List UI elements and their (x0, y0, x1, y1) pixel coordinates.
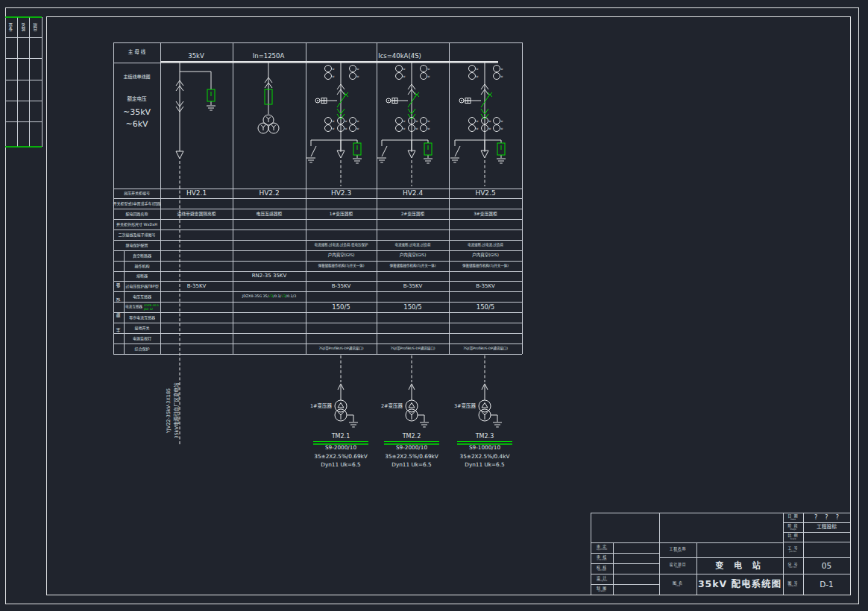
cell-text: 7SJ(带ProfiBUS-DP通讯接口) (390, 347, 435, 351)
cell-text: 电流速断,过电流,过负荷,低电压保护 (315, 244, 368, 247)
transformer-ratio: 35±2X2.5%/0.69kV (314, 452, 368, 461)
cell-text: 3#变压器柜 (474, 212, 497, 217)
title-item-label: 设计项目 Item (659, 557, 696, 574)
left-label-single-line: 主结线单线图 (113, 72, 160, 82)
table-row-label: 高压开关柜编号 (113, 189, 160, 199)
transformer-vector: Dyn11 Uk=6.5 (465, 460, 504, 469)
vt-value-part: /0.1/ (273, 295, 281, 299)
row-label-text: 电压互感器 (133, 295, 151, 299)
table-cell: RN2-35 35KV (233, 271, 306, 282)
sign-col-specialty: 专业 (6, 19, 16, 36)
table-cell: 150/5 (306, 303, 377, 313)
titleblock-right-value: ? ? ? (803, 513, 850, 522)
vt-value-part: /0.1/3 (286, 295, 296, 299)
cell-text: 进线带避雷器隔离柜 (177, 212, 216, 217)
label-sub: Item (676, 566, 681, 569)
cell-text: 150/5 (403, 304, 422, 311)
table-cell: 电流速断,过电流,过负荷,低电压保护 (306, 240, 377, 250)
cell-text: 7SJ(带ProfiBUS-DP通讯接口) (318, 347, 363, 351)
circuit-hv2-4 (377, 63, 433, 186)
cell-text: 电流速断,过电流,过负荷 (395, 244, 431, 247)
title-name-label: 图 名 Title (659, 574, 696, 595)
table-cell: 电流速断,过电流,过负荷 (377, 240, 449, 250)
titleblock-sign-label: 审 定Approved (591, 542, 613, 553)
table-row-label: 电源监视灯 (124, 333, 160, 344)
left-label-rated-voltage: 额定电压 (113, 95, 160, 104)
table-cell: 弹簧储能操作机构(与开关一体) (449, 261, 522, 271)
titleblock-right-label: 工 号Job No. (783, 542, 803, 557)
table-cell: B-35KV (449, 282, 522, 292)
cell-text: HV2.4 (403, 190, 423, 197)
row-label-text: 电流互感器 (125, 306, 142, 309)
table-cell: 7SJ(带ProfiBUS-DP通讯接口) (377, 344, 449, 354)
cell-text: B-35KV (187, 284, 207, 289)
row-label-text: 高压开关柜编号 (124, 191, 150, 195)
cad-sheet: ww (0, 0, 868, 611)
signature-grid-green-lines (5, 17, 42, 147)
transformer-ratio: 35±2X2.5%/0.69kV (385, 452, 438, 461)
cell-text: 电流速断,过电流,过负荷 (468, 244, 503, 247)
cable-stubs (341, 355, 485, 382)
cell-text: 150/5 (332, 304, 350, 311)
titleblock-sign-label: 制 图Drawn (591, 584, 613, 595)
bus-rating-ics: Ics=40kA(4S) (366, 49, 433, 60)
table-cell: 弹簧储能操作机构(与开关一体) (377, 261, 449, 271)
table-row-label: 真空断路器 (124, 250, 160, 261)
left-label-6kv: ~6kV (113, 118, 160, 130)
titleblock-sign-label: 审 核Checked (591, 553, 613, 563)
titleblock-right-label: 阶 段Stage (783, 522, 803, 532)
table-row-label: 继电保护配置 (113, 240, 160, 250)
table-row-label: 熔断器 (124, 271, 160, 282)
table-cell: HV2.2 (233, 189, 306, 199)
table-cell: B-35KV (377, 282, 449, 292)
row-label-text: 配电回路名称 (125, 212, 148, 216)
cell-text: HV2.2 (259, 190, 279, 197)
cell-text: B-35KV (476, 284, 495, 289)
table-row-label: 操作机构 (124, 261, 160, 271)
tm-underline (384, 441, 439, 442)
cell-text: 1#变压器柜 (330, 212, 353, 217)
circuit-hv2-3 (306, 63, 362, 186)
transformer-spec-block: TM2.3 S9-1000/10 35±2X2.5%/0.4kV Dyn11 U… (440, 433, 529, 469)
table-row-label: 开关柜外形尺寸 WxDxH (113, 220, 160, 230)
cable-spec: YJV22-35kV-3X185 (165, 388, 173, 433)
table-cell: 3#变压器柜 (449, 209, 522, 220)
table-cell: 户内真空(GIS) (377, 250, 449, 261)
cell-text: B-35KV (332, 284, 351, 289)
label-sub: Project (674, 551, 682, 553)
titleblock-right-value: 05 (803, 557, 850, 574)
table-row-label: 零序电流互感器 (124, 313, 160, 323)
row-label-text: 熔断器 (136, 274, 148, 278)
row-label-text: 过电压保护器TBP型 (125, 285, 159, 288)
table-cell: 进线带避雷器隔离柜 (160, 209, 233, 220)
cell-text: 弹簧储能操作机构(与开关一体) (462, 265, 509, 268)
transformer-tag: 2#变压器 (352, 402, 403, 411)
cell-text: 2#变压器柜 (401, 212, 425, 217)
table-cell: B-35KV (306, 282, 377, 292)
table-cell: 电压互感器柜 (233, 209, 306, 220)
table-group-label: 主要设备 (114, 252, 123, 353)
titleblock-sign-label: 设 计Designed (591, 574, 613, 584)
row-label-text: 二次接线及端子排图号 (118, 233, 155, 237)
row-label-text: 操作机构 (134, 265, 149, 268)
transformer-code: TM2.1 (332, 433, 350, 440)
table-row-label: 电压互感器 (124, 292, 160, 303)
cell-text: B-35KV (403, 284, 423, 289)
table-row-label: 综合保护 (124, 344, 160, 354)
incoming-cable-note: YJV22-35kV-3X185 35kV电源引自厂区变电站 (163, 345, 183, 476)
cell-text: 户内真空(GIS) (328, 253, 355, 258)
title-drawing-name: 35kV 配电系统图 (696, 574, 783, 595)
cell-text: 150/5 (477, 304, 495, 311)
cell-text: 7SJ(带ProfiBUS-DP通讯接口) (463, 347, 508, 351)
bus-row-label: 主 母 线 (113, 42, 160, 63)
transformer-vector: Dyn11 Uk=6.5 (391, 460, 431, 469)
transformer-ratio: 35±2X2.5%/0.4kV (460, 452, 510, 461)
row-label-text: 继电保护配置 (125, 244, 148, 247)
row-label-text: 综合保护 (134, 347, 149, 351)
cell-text: 弹簧储能操作机构(与开关一体) (318, 265, 364, 268)
table-cell: 2#变压器柜 (377, 209, 449, 220)
table-row-label: 电流互感器LDZB-40.5JA0-12 (124, 303, 160, 313)
cell-text: RN2-35 35KV (252, 273, 287, 279)
table-cell: 户内真空(GIS) (449, 250, 522, 261)
cell-text: 弹簧储能操作机构(与开关一体) (389, 265, 435, 268)
